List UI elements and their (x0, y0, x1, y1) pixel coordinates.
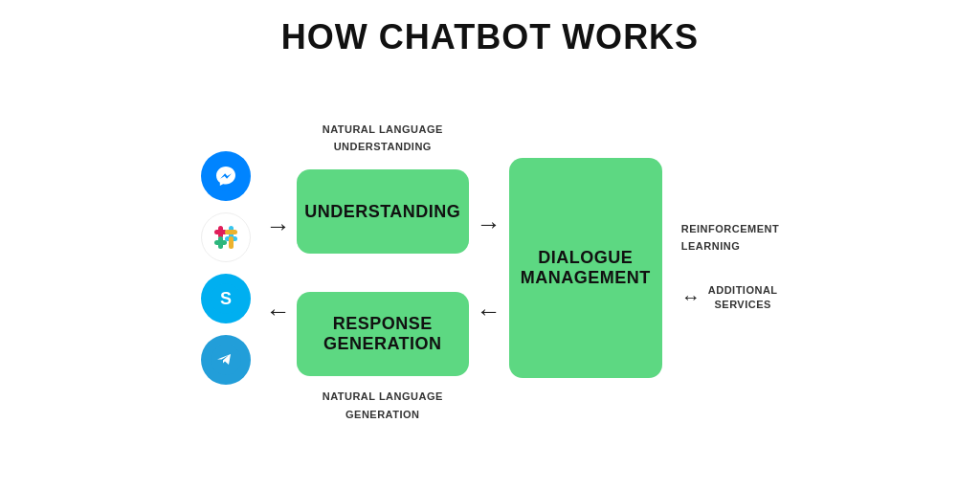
understanding-box: UNDERSTANDING (297, 169, 469, 254)
svg-point-0 (211, 161, 241, 191)
telegram-icon (201, 335, 251, 385)
arrow-from-response: ← (266, 299, 291, 323)
reinforcement-label: REINFORCEMENT LEARNING (681, 223, 779, 252)
additional-label: ADDITIONAL SERVICES (708, 283, 778, 313)
arrow-to-understanding: → (266, 213, 291, 238)
bidirectional-arrow: ↔ (681, 286, 701, 308)
page-title: HOW CHATBOT WORKS (0, 0, 980, 57)
right-labels: REINFORCEMENT LEARNING ↔ ADDITIONAL SERV… (681, 219, 779, 313)
icons-column: S (201, 151, 251, 385)
arrow-from-dialogue: ← (477, 297, 501, 326)
response-generation-label: RESPONSE GENERATION (323, 314, 442, 354)
dialogue-management-box: DIALOGUE MANAGEMENT (509, 158, 662, 378)
dialogue-management-label: DIALOGUE MANAGEMENT (521, 248, 651, 288)
center-arrows: → ← (477, 210, 501, 326)
response-generation-box: RESPONSE GENERATION (297, 292, 469, 376)
svg-text:S: S (220, 289, 232, 308)
arrow-to-dialogue: → (477, 210, 501, 239)
svg-rect-8 (225, 230, 237, 234)
left-panel: NATURAL LANGUAGE UNDERSTANDING UNDERSTAN… (297, 169, 469, 376)
additional-label-item: ↔ ADDITIONAL SERVICES (681, 283, 779, 313)
skype-icon: S (201, 274, 251, 323)
svg-rect-7 (229, 236, 234, 249)
messenger-icon (201, 151, 251, 201)
left-arrows: → ← (260, 213, 297, 323)
diagram-container: S → ← NATURAL LANGUAGE UNDERSTANDING UND… (0, 67, 980, 450)
understanding-label: UNDERSTANDING (304, 202, 460, 222)
nlg-label-wrap: NATURAL LANGUAGE GENERATION (297, 387, 469, 422)
reinforcement-label-item: REINFORCEMENT LEARNING (681, 219, 779, 255)
nlg-label: NATURAL LANGUAGE GENERATION (323, 390, 443, 419)
slack-icon (201, 212, 251, 262)
nlu-label-wrap: NATURAL LANGUAGE UNDERSTANDING (297, 120, 469, 155)
nlu-label: NATURAL LANGUAGE UNDERSTANDING (323, 123, 443, 152)
svg-rect-6 (214, 240, 227, 245)
